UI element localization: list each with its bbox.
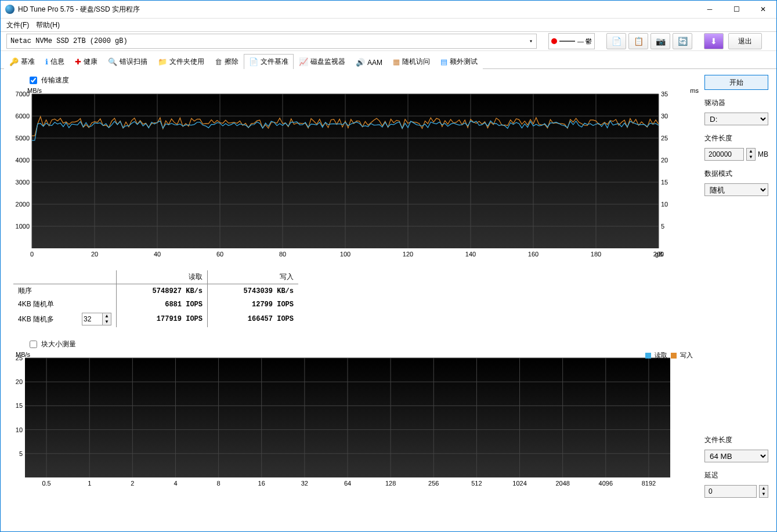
chevron-down-icon: ▾ <box>529 38 533 45</box>
legend-read-swatch <box>645 353 651 359</box>
magnifier-icon: 🔍 <box>108 57 117 66</box>
content-area: 传输速度 MB/s ms 读取 写入 <box>1 69 776 531</box>
side-panel: 开始 驱动器 D: 文件长度 ▲▼ MB 数据模式 随机 文件长度 64 MB … <box>704 75 768 526</box>
delay-spinner[interactable]: ▲▼ <box>759 485 768 498</box>
queue-depth-input[interactable] <box>82 315 102 323</box>
tab-disk-monitor[interactable]: 📈磁盘监视器 <box>294 54 350 69</box>
tab-extra-tests[interactable]: ▤额外测试 <box>435 54 483 69</box>
exit-button[interactable]: 退出 <box>728 33 762 49</box>
drive-select-value: Netac NVMe SSD 2TB (2000 gB) <box>10 37 128 45</box>
app-window: HD Tune Pro 5.75 - 硬盘/SSD 实用程序 ─ ☐ ✕ 文件(… <box>0 0 777 532</box>
transfer-chart <box>9 87 676 261</box>
transfer-checkbox-input[interactable] <box>30 77 37 84</box>
filelen-label: 文件长度 <box>704 133 768 143</box>
titlebar: HD Tune Pro 5.75 - 硬盘/SSD 实用程序 ─ ☐ ✕ <box>1 1 776 19</box>
refresh-button[interactable]: 🔄 <box>673 33 692 49</box>
blocksize-checkbox[interactable]: 块大小测量 <box>27 339 699 350</box>
pattern-label: 数据模式 <box>704 169 768 179</box>
results-row: 顺序5748927 KB/s5743039 KB/s <box>13 284 298 298</box>
queue-depth-spinner[interactable]: ▲▼ <box>82 313 111 325</box>
trash-icon: 🗑 <box>215 57 222 66</box>
filelen2-select[interactable]: 64 MB <box>704 450 768 462</box>
list-icon: ▤ <box>440 57 447 66</box>
filelen-unit: MB <box>758 150 768 158</box>
menubar: 文件(F) 帮助(H) <box>1 19 776 32</box>
tab-info[interactable]: ℹ信息 <box>40 54 70 69</box>
tab-file-benchmark[interactable]: 📄文件基准 <box>244 54 294 69</box>
tab-folder-usage[interactable]: 📁文件夹使用 <box>153 54 209 69</box>
window-controls: ─ ☐ ✕ <box>696 1 776 18</box>
copy-text-button[interactable]: 📄 <box>606 33 626 49</box>
delay-input[interactable] <box>707 487 754 496</box>
drive-label: 驱动器 <box>704 98 768 108</box>
plus-icon: ✚ <box>75 57 81 66</box>
tab-bar: 🔑基准 ℹ信息 ✚健康 🔍错误扫描 📁文件夹使用 🗑擦除 📄文件基准 📈磁盘监视… <box>1 51 776 69</box>
key-icon: 🔑 <box>9 57 19 66</box>
y-right-label: ms <box>690 87 699 94</box>
temperature-display[interactable]: — 鬱 <box>548 33 595 49</box>
filelen-input[interactable] <box>707 150 741 159</box>
y-left-label: MB/s <box>27 87 42 94</box>
document-icon: 📄 <box>249 57 258 66</box>
close-button[interactable]: ✕ <box>750 1 776 18</box>
blocksize-section: 块大小测量 MB/s 读取 写入 <box>9 339 699 490</box>
transfer-checkbox[interactable]: 传输速度 <box>27 75 699 86</box>
toolbar: Netac NVMe SSD 2TB (2000 gB) ▾ — 鬱 📄 📋 📷… <box>1 32 776 51</box>
tab-health[interactable]: ✚健康 <box>70 54 103 69</box>
filelen-input-wrap <box>704 148 744 161</box>
blocksize-chart-wrap: MB/s 读取 写入 <box>9 351 699 490</box>
drive-select[interactable]: Netac NVMe SSD 2TB (2000 gB) ▾ <box>6 34 537 49</box>
chart2-legend: 读取 写入 <box>645 351 693 360</box>
tab-aam[interactable]: 🔊AAM <box>350 55 388 69</box>
results-row: 4KB 随机多▲▼177919 IOPS166457 IOPS <box>13 311 298 327</box>
main-panel: 传输速度 MB/s ms 读取 写入 <box>9 75 699 526</box>
tab-random-access[interactable]: ▦随机访问 <box>388 54 435 69</box>
screenshot-button[interactable]: 📷 <box>650 33 670 49</box>
blocksize-chart <box>9 351 676 490</box>
transfer-section: 传输速度 MB/s ms <box>9 75 699 261</box>
blocksize-checkbox-input[interactable] <box>30 341 37 348</box>
y2-label: MB/s <box>16 351 30 358</box>
maximize-button[interactable]: ☐ <box>723 1 750 18</box>
menu-file[interactable]: 文件(F) <box>3 19 32 31</box>
app-icon <box>5 5 15 14</box>
tab-erase[interactable]: 🗑擦除 <box>209 54 244 69</box>
window-title: HD Tune Pro 5.75 - 硬盘/SSD 实用程序 <box>18 5 696 15</box>
tab-benchmark[interactable]: 🔑基准 <box>4 54 40 69</box>
tab-error-scan[interactable]: 🔍错误扫描 <box>103 54 153 69</box>
grid-icon: ▦ <box>393 57 400 66</box>
folder-icon: 📁 <box>158 57 167 66</box>
delay-input-wrap <box>704 485 757 498</box>
filelen2-label: 文件长度 <box>704 435 768 445</box>
drive-letter-select[interactable]: D: <box>704 113 768 125</box>
chart-icon: 📈 <box>299 57 308 66</box>
copy-screenshot-button[interactable]: 📋 <box>628 33 648 49</box>
pattern-select[interactable]: 随机 <box>704 183 768 196</box>
save-button[interactable]: ⬇ <box>704 33 724 49</box>
transfer-chart-wrap: MB/s ms <box>9 87 699 261</box>
speaker-icon: 🔊 <box>356 58 365 67</box>
menu-help[interactable]: 帮助(H) <box>32 19 63 31</box>
results-table: 读取 写入 顺序5748927 KB/s5743039 KB/s4KB 随机单6… <box>13 270 699 327</box>
minimize-button[interactable]: ─ <box>696 1 723 18</box>
legend-write-swatch <box>671 353 677 359</box>
start-button[interactable]: 开始 <box>704 75 768 90</box>
info-icon: ℹ <box>45 57 48 66</box>
filelen-spinner[interactable]: ▲▼ <box>746 148 756 161</box>
results-row: 4KB 随机单6881 IOPS12799 IOPS <box>13 298 298 311</box>
thermometer-icon <box>551 38 557 44</box>
delay-label: 延迟 <box>704 471 768 480</box>
